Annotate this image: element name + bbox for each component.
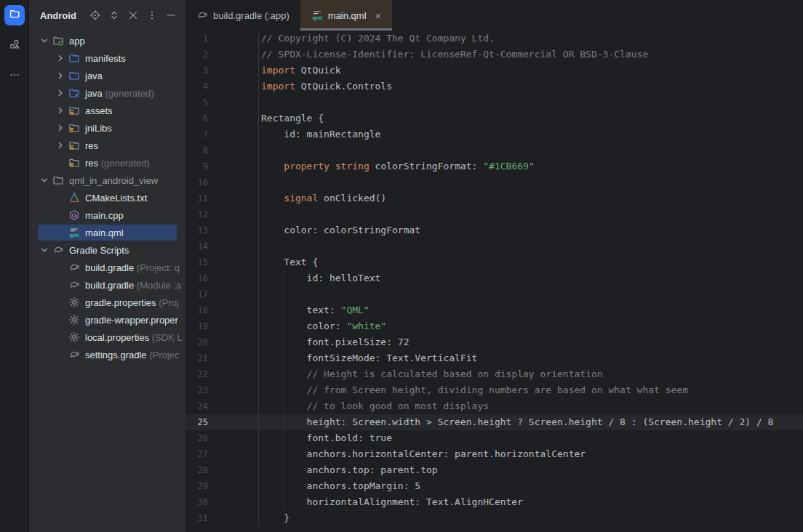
code-line-text[interactable]: anchors.top: parent.top [258, 462, 803, 478]
tree-item-res[interactable]: res (generated) [29, 154, 185, 172]
code-line-text[interactable]: signal onClicked() [258, 190, 803, 206]
tree-item-local-properties[interactable]: local.properties (SDK L [29, 329, 185, 346]
shapes-button[interactable] [4, 36, 25, 56]
line-number[interactable]: 25 [185, 414, 208, 430]
tab-build-gradle-app-[interactable]: build.gradle (:app) [185, 0, 300, 31]
tree-item-assets[interactable]: assets [29, 102, 185, 119]
code-line-text[interactable] [258, 286, 803, 302]
line-number[interactable]: 14 [185, 238, 208, 254]
tab-main-qml[interactable]: qmlmain.qml× [300, 0, 393, 31]
line-number[interactable]: 13 [185, 222, 208, 238]
close-icon[interactable]: × [375, 10, 382, 21]
tree-item-manifests[interactable]: manifests [29, 49, 185, 67]
minimize-icon[interactable] [165, 9, 177, 21]
tree-item-gradle-properties[interactable]: gradle.properties (Proj [29, 294, 185, 311]
code-line-text[interactable]: font.pixelSize: 72 [258, 334, 803, 350]
line-number[interactable]: 16 [185, 270, 208, 286]
chevron-right-icon[interactable] [52, 140, 68, 151]
code-line-text[interactable]: // from Screen height, dividing numbers … [258, 382, 803, 398]
code-line-text[interactable]: horizontalAlignment: Text.AlignHCenter [258, 494, 803, 510]
line-number[interactable]: 3 [185, 63, 208, 78]
tree-item-build-gradle[interactable]: build.gradle (Project: q [29, 259, 185, 276]
code-line-text[interactable]: color: "white" [258, 318, 803, 334]
chevron-right-icon[interactable] [52, 105, 68, 116]
collapse-all-icon[interactable] [127, 9, 139, 21]
code-editor[interactable]: 1// Copyright (C) 2024 The Qt Company Lt… [185, 31, 803, 532]
line-number[interactable]: 7 [185, 126, 208, 142]
code-line-text[interactable]: import QtQuick [258, 63, 803, 78]
tree-item-gradle-wrapper-proper[interactable]: gradle-wrapper.proper [29, 311, 185, 329]
tree-item-qml-in-android-view[interactable]: qml_in_android_view [29, 172, 185, 189]
code-line-text[interactable]: font.bold: true [258, 430, 803, 446]
line-number[interactable]: 4 [185, 78, 208, 94]
tree-item-gradle-scripts[interactable]: Gradle Scripts [29, 241, 185, 259]
kebab-menu-icon[interactable] [146, 9, 158, 21]
chevron-down-icon[interactable] [36, 174, 52, 186]
code-line-text[interactable]: // Copyright (C) 2024 The Qt Company Ltd… [258, 31, 803, 47]
code-line-text[interactable]: Text { [258, 254, 803, 270]
line-number[interactable]: 30 [185, 494, 208, 510]
line-number[interactable]: 19 [185, 318, 208, 334]
code-line-text[interactable] [258, 142, 803, 158]
code-line-text[interactable]: // to look good on most displays [258, 398, 803, 414]
line-number[interactable]: 24 [185, 398, 208, 414]
code-line-text[interactable]: import QtQuick.Controls [258, 78, 803, 94]
code-line-text[interactable]: height: Screen.width > Screen.height ? S… [258, 414, 803, 430]
line-number[interactable]: 6 [185, 110, 208, 126]
project-folder-button[interactable] [4, 5, 25, 25]
tree-item-java[interactable]: java [29, 67, 185, 84]
line-number[interactable]: 15 [185, 254, 208, 270]
line-number[interactable]: 23 [185, 382, 208, 398]
chevron-down-icon[interactable] [36, 244, 52, 256]
line-number[interactable]: 2 [185, 47, 208, 63]
line-number[interactable]: 17 [185, 286, 208, 302]
code-line-text[interactable] [258, 94, 803, 110]
tree-item-main-cpp[interactable]: Cmain.cpp [29, 206, 185, 224]
line-number[interactable]: 9 [185, 158, 208, 174]
expand-all-icon[interactable] [108, 9, 120, 21]
project-view-selector[interactable]: Android [40, 10, 76, 21]
line-number[interactable]: 20 [185, 334, 208, 350]
line-number[interactable]: 21 [185, 350, 208, 366]
more-horizontal-button[interactable] [4, 66, 25, 86]
tree-item-cmakelists-txt[interactable]: CMakeLists.txt [29, 189, 185, 206]
code-line-text[interactable]: Rectangle { [258, 110, 803, 126]
chevron-right-icon[interactable] [52, 52, 68, 64]
code-line-text[interactable]: fontSizeMode: Text.VerticalFit [258, 350, 803, 366]
code-line-text[interactable]: } [258, 510, 803, 526]
line-number[interactable]: 22 [185, 366, 208, 382]
line-number[interactable]: 12 [185, 206, 208, 222]
tree-item-res[interactable]: res [29, 137, 185, 154]
line-number[interactable]: 27 [185, 446, 208, 462]
line-number[interactable]: 18 [185, 302, 208, 318]
line-number[interactable]: 8 [185, 142, 208, 158]
tree-item-main-qml[interactable]: qmlmain.qml [29, 224, 185, 241]
code-line-text[interactable]: // SPDX-License-Identifier: LicenseRef-Q… [258, 47, 803, 63]
code-line-text[interactable]: id: mainRectangle [258, 126, 803, 142]
tree-item-jnilibs[interactable]: jniLibs [29, 119, 185, 137]
line-number[interactable]: 26 [185, 430, 208, 446]
line-number[interactable]: 1 [185, 31, 208, 47]
chevron-right-icon[interactable] [52, 122, 68, 134]
line-number[interactable]: 28 [185, 462, 208, 478]
line-number[interactable]: 10 [185, 174, 208, 190]
code-line-text[interactable]: anchors.topMargin: 5 [258, 478, 803, 494]
tree-item-java[interactable]: java (generated) [29, 84, 185, 102]
chevron-down-icon[interactable] [36, 35, 52, 47]
code-line-text[interactable]: // Height is calculated based on display… [258, 366, 803, 382]
code-line-text[interactable] [258, 206, 803, 222]
tree-item-build-gradle[interactable]: build.gradle (Module :a [29, 276, 185, 294]
tree-item-settings-gradle[interactable]: settings.gradle (Projec [29, 346, 185, 363]
code-line-text[interactable] [258, 174, 803, 190]
chevron-right-icon[interactable] [52, 70, 68, 81]
code-line-text[interactable]: text: "QML" [258, 302, 803, 318]
target-icon[interactable] [89, 9, 101, 21]
code-line-text[interactable]: anchors.horizontalCenter: parent.horizon… [258, 446, 803, 462]
code-line-text[interactable]: id: helloText [258, 270, 803, 286]
line-number[interactable]: 5 [185, 94, 208, 110]
line-number[interactable]: 31 [185, 510, 208, 526]
chevron-right-icon[interactable] [52, 87, 68, 99]
line-number[interactable]: 29 [185, 478, 208, 494]
line-number[interactable]: 11 [185, 190, 208, 206]
tree-item-app[interactable]: app [29, 32, 185, 49]
